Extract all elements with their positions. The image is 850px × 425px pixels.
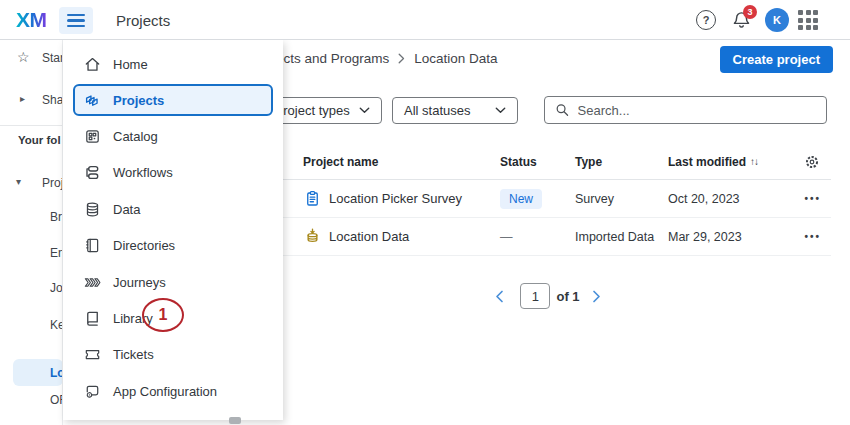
folders-sidebar: ☆ Star ▸ Sha Your fol ▾ Proj Br En Jo Ke… [0,40,63,425]
star-glyph: ☆ [17,49,30,65]
statuses-value: All statuses [404,103,470,118]
column-status: Status [500,155,575,169]
hamburger-menu-button[interactable] [59,7,93,34]
projects-icon [83,91,102,110]
table-row[interactable]: Location Data — Imported Data Mar 29, 20… [265,218,831,256]
hamburger-bar [67,25,85,27]
last-modified: Mar 29, 2023 [668,230,760,244]
chevron-down-icon [495,107,506,114]
caret-down-icon[interactable]: ▾ [16,176,21,187]
menu-item-label: Data [113,202,140,217]
page-title: Projects [116,12,170,29]
menu-item-home[interactable]: Home [63,46,283,82]
top-header: XM Projects ? 3 K [0,0,850,40]
table-header: Project name Status Type Last modified ↑… [265,144,831,180]
star-icon: ☆ [17,49,30,65]
menu-item-label: Home [113,57,148,72]
global-nav-menu: Home Projects Catalog Workflows [63,40,283,420]
statuses-dropdown[interactable]: All statuses [392,97,518,124]
menu-item-label: Catalog [113,129,158,144]
page-number-input[interactable]: 1 [520,283,550,309]
column-last-modified-sort[interactable]: Last modified ↑↓ [668,155,760,169]
breadcrumb-chevron-icon [398,53,405,64]
project-name: Location Picker Survey [329,191,462,206]
breadcrumb: Projects and Programs Location Data [252,51,498,66]
xm-logo: XM [16,8,47,32]
scrollbar-thumb[interactable] [229,417,241,424]
menu-item-workflows[interactable]: Workflows [63,155,283,191]
sidebar-folder[interactable]: Br [50,210,62,224]
sidebar-section-label: Your fol [18,134,61,146]
menu-item-label: Tickets [113,347,154,362]
imported-data-icon [303,227,322,246]
sidebar-item-shared[interactable]: Sha [42,93,63,107]
menu-item-label: Projects [113,93,164,108]
breadcrumb-current: Location Data [414,51,497,66]
sidebar-folder[interactable]: Ke [50,318,63,332]
pagination: 1 of 1 [265,283,831,309]
notification-badge: 3 [743,5,757,19]
column-project-name: Project name [303,155,500,169]
status-badge: New [500,189,542,209]
annotation-number: 1 [159,306,168,324]
search-icon [555,102,570,118]
chevron-down-icon [359,107,370,114]
page-count-label: of 1 [556,289,579,304]
menu-item-projects[interactable]: Projects [73,84,273,116]
menu-item-label: Journeys [113,275,166,290]
column-type: Type [575,155,668,169]
library-icon [83,309,102,328]
workflows-icon [83,163,102,182]
journeys-icon [83,273,102,292]
sidebar-folder[interactable]: Jo [50,281,63,295]
row-menu-icon[interactable]: ••• [804,231,821,242]
status-empty: — [500,230,575,244]
data-icon [83,200,102,219]
notifications-bell-icon[interactable]: 3 [731,9,757,33]
sidebar-item-projects-folder[interactable]: Proj [42,176,63,190]
menu-item-directories[interactable]: Directories [63,228,283,264]
sidebar-folder-selected[interactable]: Lo [50,366,63,380]
next-page-icon[interactable] [592,290,601,303]
menu-item-label: Workflows [113,165,173,180]
sidebar-folder[interactable]: En [50,246,63,260]
create-project-button[interactable]: Create project [720,46,833,73]
help-glyph: ? [703,14,710,26]
tickets-icon [83,345,102,364]
menu-item-label: Directories [113,238,175,253]
hamburger-bar [67,14,85,16]
menu-item-tickets[interactable]: Tickets [63,337,283,373]
previous-page-icon[interactable] [495,290,504,303]
avatar[interactable]: K [765,8,789,32]
table-settings-gear-icon[interactable] [803,153,821,171]
menu-item-label: App Configuration [113,384,217,399]
menu-item-catalog[interactable]: Catalog [63,118,283,154]
column-last-modified-label: Last modified [668,155,746,169]
row-menu-icon[interactable]: ••• [804,193,821,204]
menu-item-data[interactable]: Data [63,191,283,227]
search-box [544,96,827,124]
menu-item-app-configuration[interactable]: App Configuration [63,373,283,409]
annotation-circle-1: 1 [142,298,184,332]
home-icon [83,55,102,74]
survey-icon [303,189,322,208]
project-type: Imported Data [575,230,668,244]
project-type: Survey [575,192,668,206]
caret-right-icon: ▸ [20,93,25,104]
app-configuration-icon [83,382,102,401]
search-input[interactable] [578,103,816,118]
menu-item-journeys[interactable]: Journeys [63,264,283,300]
hamburger-bar [67,19,85,21]
last-modified: Oct 20, 2023 [668,192,760,206]
sidebar-folder[interactable]: OF [50,393,63,407]
apps-grid-icon[interactable] [798,10,818,30]
project-name: Location Data [329,229,409,244]
catalog-icon [83,127,102,146]
sidebar-item-starred[interactable]: Star [42,51,63,65]
directories-icon [83,236,102,255]
table-row[interactable]: Location Picker Survey New Survey Oct 20… [265,180,831,218]
sidebar-divider [0,125,63,126]
help-icon[interactable]: ? [696,10,716,30]
sort-icon: ↑↓ [750,156,758,167]
